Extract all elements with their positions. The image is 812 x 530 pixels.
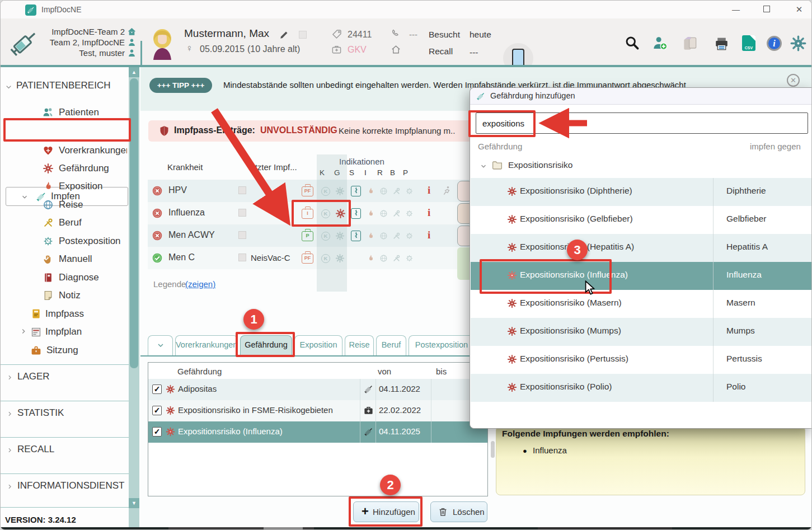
sidebar-item-notiz[interactable]: Notiz [59,290,81,301]
chevron-right-icon[interactable] [6,447,13,454]
sidebar-divider [1,473,129,474]
tab-reise[interactable]: Reise [345,335,374,356]
pf-case-icon[interactable]: PF [302,186,313,196]
team-line-3: Test, muster [34,48,125,58]
col-letzter-impf: letzter Impf... [248,162,297,172]
team-line-1: ImpfDocNE-Team 2 [34,26,125,37]
close-button[interactable]: ✕ [793,4,805,15]
checkbox-checked[interactable]: ✓ [152,427,162,437]
annotation-step-3: 3 [567,240,588,260]
tip-close-icon[interactable]: ✕ [787,74,800,87]
indication-germ-icon [405,254,414,262]
tip-badge: +++ TIPP +++ [149,78,212,93]
info-icon[interactable]: i [767,36,782,51]
incomplete-status-icon [152,230,163,241]
sidebar-item-beruf[interactable]: Beruf [59,217,82,228]
risk-name: Expositionsrisiko (Influenza) [178,426,283,436]
tab-postexposition[interactable]: Postexposition [409,335,475,356]
checkbox-checked[interactable]: ✓ [152,406,162,415]
scroll-down-button[interactable]: ▼ [129,498,139,508]
disease-row[interactable]: Men C NeisVac-C PF K [148,247,472,269]
dialog-risk-row[interactable]: Expositionsrisiko (Gelbfieber) Gelbfiebe… [471,206,812,234]
dialog-risk-row[interactable]: Expositionsrisiko (Diphtherie) Diphtheri… [471,178,812,206]
risk-row[interactable]: ✓ Adipositas 04.11.2022 [148,379,487,400]
scrollbar-thumb[interactable] [130,78,138,368]
checkbox-checked[interactable]: ✓ [152,384,162,394]
settings-gear-icon[interactable] [790,35,807,52]
dialog-risk-row[interactable]: Expositionsrisiko (Hepatitis A) Hepatiti… [471,234,812,262]
sidebar-item-diagnose[interactable]: Diagnose [59,272,99,283]
info-marker[interactable]: i [428,184,430,196]
chevron-down-icon[interactable] [21,193,29,201]
sidebar-item-gefaehrdung[interactable]: Gefährdung [59,163,109,174]
search-icon[interactable] [625,35,640,50]
dialog-title-bar[interactable]: Gefährdung hinzufügen [470,88,812,105]
chevron-right-icon[interactable] [6,374,13,381]
risk-name: Adipositas [178,384,217,393]
vaccination-card-icon [30,308,42,320]
print-icon[interactable] [714,36,730,52]
tab-exposition[interactable]: Exposition [294,335,342,356]
scrollbar-thumb[interactable] [491,441,495,458]
maximize-button[interactable] [761,4,773,15]
sidebar-section-patientenbereich[interactable]: PATIENTENBEREICH [16,80,110,91]
tab-dropdown[interactable] [148,335,173,356]
delete-button[interactable]: Löschen [430,501,487,522]
minimize-button[interactable]: — [730,4,742,15]
app-icon [25,4,36,16]
patient-avatar[interactable] [149,26,175,60]
chevron-down-icon[interactable] [480,162,487,170]
pf-case-icon[interactable]: PF [302,254,313,264]
chevron-right-icon[interactable] [6,483,13,490]
scroll-up-button[interactable]: ▲ [129,67,139,77]
edit-pencil-icon[interactable] [279,30,289,40]
tab-vorerkrankungen[interactable]: Vorerkrankungen [175,335,238,356]
dialog-risk-row[interactable]: Expositionsrisiko (Pertussis) Pertussis [471,346,812,374]
transfer-documents-icon[interactable] [681,35,699,53]
chevron-down-icon[interactable] [4,83,13,91]
indication-globe-icon [379,187,388,195]
patient-flag-box [299,31,307,39]
info-marker[interactable]: i [428,207,430,219]
taskbar-strip [1,527,811,530]
sidebar-item-reise[interactable]: Reise [59,199,83,210]
team-line-2: Team 2, ImpfDocNE [34,37,125,48]
vaccine-name: NeisVac-C [251,253,290,262]
sidebar-item-exposition[interactable]: Exposition [59,181,102,192]
sidebar-section-recall[interactable]: RECALL [17,444,54,455]
sidebar-section-informationsdienst[interactable]: INFORMATIONSDIENST [17,480,124,491]
sidebar-item-sitzung[interactable]: Sitzung [46,345,78,356]
risk-name: Expositionsrisiko in FSME-Risikogebieten [178,405,333,415]
sidebar-item-patienten[interactable]: Patienten [59,107,99,118]
app-header: ImpfDocNE-Team 2 Team 2, ImpfDocNE Test,… [1,18,811,65]
sidebar-section-statistik[interactable]: STATISTIK [17,407,64,419]
chevron-right-icon[interactable] [6,410,13,418]
indication-germ-icon [405,209,414,218]
dialog-group-label[interactable]: Expositionsrisiko [508,160,572,170]
disease-row[interactable]: Men ACWY P K i [148,224,472,247]
info-marker[interactable]: i [428,229,430,241]
chevron-right-icon[interactable] [20,327,27,335]
sidebar-item-vorerkrankungen[interactable]: Vorerkrankungen [59,145,127,156]
tab-beruf[interactable]: Beruf [376,335,406,356]
risk-row-selected[interactable]: ✓ Expositionsrisiko (Influenza) 04.11.20… [148,421,487,443]
dialog-risk-row[interactable]: Expositionsrisiko (Polio) Polio [471,374,812,402]
annotation-step-1: 1 [243,309,264,330]
disease-name: Influenza [168,208,205,218]
legend-show-link[interactable]: (zeigen) [185,279,215,289]
add-patient-icon[interactable] [651,35,668,51]
sidebar-item-postexposition[interactable]: Postexposition [59,236,121,247]
p-case-icon[interactable]: P [302,231,313,241]
recommended-vaccine: Influenza [533,445,567,455]
diagnosis-book-icon [43,272,54,283]
sidebar-item-impfpass[interactable]: Impfpass [45,308,84,320]
dialog-risk-row[interactable]: Expositionsrisiko (Mumps) Mumps [471,318,812,346]
sidebar-item-manuell[interactable]: Manuell [59,254,92,265]
risk-row[interactable]: ✓ Expositionsrisiko in FSME-Risikogebiet… [148,400,487,421]
dialog-risk-row[interactable]: Expositionsrisiko (Masern) Masern [471,290,812,318]
sidebar-item-impfplan[interactable]: Impfplan [45,326,82,337]
sidebar-section-lager[interactable]: LAGER [17,371,50,382]
disease-row[interactable]: HPV PF K i [148,180,472,202]
postexposure-germ-icon [43,236,54,247]
csv-export-icon[interactable]: CSV [742,35,755,51]
